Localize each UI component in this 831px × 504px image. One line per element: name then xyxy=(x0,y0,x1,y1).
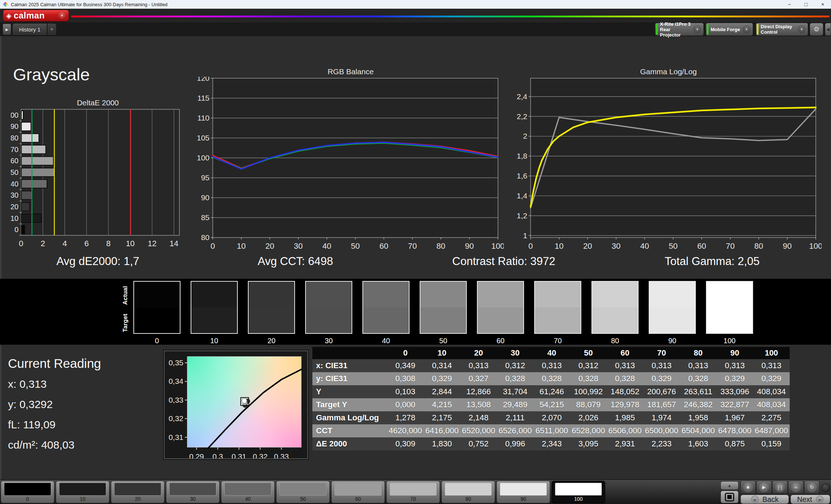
svg-text:2,2: 2,2 xyxy=(517,112,527,121)
meter-dropdown[interactable]: X-Rite i1Pro 3 Rear Projector ▼ xyxy=(655,23,704,36)
svg-text:1,8: 1,8 xyxy=(517,152,527,160)
patch-window-button[interactable] xyxy=(720,491,739,503)
back-button[interactable]: « Back xyxy=(740,495,789,504)
stop-button[interactable]: ■ xyxy=(740,480,756,494)
table-cell: 6487,000 xyxy=(753,424,790,437)
table-row: x: CIE310,3490,3140,3130,3120,3130,3120,… xyxy=(312,359,790,372)
patch-color-swatch xyxy=(390,483,437,496)
measure-controls: ▲ ■▶[·]∞↻ « Back Next » xyxy=(719,480,831,504)
total-gamma-stat: Total Gamma: 2,05 xyxy=(616,255,808,271)
source-dropdown[interactable]: Mobile Forge ▼ xyxy=(706,23,753,36)
table-cell: 0,313 xyxy=(643,359,680,372)
calman-menu-button[interactable]: ◈ calman ▼ xyxy=(3,10,69,21)
svg-text:90: 90 xyxy=(201,193,209,202)
patch-button-10[interactable]: 10 xyxy=(56,481,109,503)
column-header-50: 50 xyxy=(570,347,607,359)
table-cell: 1,278 xyxy=(387,411,424,424)
target-row-label: Target xyxy=(121,309,130,337)
patch-button-70[interactable]: 70 xyxy=(386,481,440,503)
patch-button-100[interactable]: 100 xyxy=(552,481,605,503)
patch-button-40[interactable]: 40 xyxy=(221,481,275,503)
continuous-measure-button[interactable]: ∞ xyxy=(788,480,803,494)
svg-text:14: 14 xyxy=(170,239,178,248)
brand-dropdown-icon[interactable]: ▼ xyxy=(58,12,66,19)
meter-mode: Rear Projector xyxy=(660,27,681,38)
svg-text:0,32: 0,32 xyxy=(169,414,183,423)
expand-patch-options-button[interactable]: ▲ xyxy=(720,481,739,490)
grayscale-swatch-20: 20 xyxy=(248,281,295,345)
svg-text:40: 40 xyxy=(640,242,649,250)
table-cell: 6528,000 xyxy=(570,424,607,437)
rgb-balance-chart-plot: 8085909510010511011512001020304050607080… xyxy=(198,77,504,250)
source-dropdown-arrow-icon[interactable]: ▼ xyxy=(743,25,751,33)
collapse-panel-button[interactable]: ◀ xyxy=(825,23,831,36)
loop-measure-icon: ↻ xyxy=(807,482,817,492)
grayscale-swatch-30: 30 xyxy=(305,281,352,345)
svg-text:80: 80 xyxy=(11,134,18,142)
display-control-dropdown[interactable]: Direct Display Control ▼ xyxy=(756,23,808,36)
table-cell: 2,026 xyxy=(570,411,607,424)
svg-text:0,29: 0,29 xyxy=(189,452,204,458)
patch-button-0[interactable]: 0 xyxy=(1,481,54,503)
swatch-actual-target-50 xyxy=(420,281,467,334)
svg-text:0,31: 0,31 xyxy=(169,433,183,441)
minimize-button[interactable]: − xyxy=(781,0,798,9)
meter-dropdown-arrow-icon[interactable]: ▼ xyxy=(693,25,701,33)
svg-text:50: 50 xyxy=(669,242,677,250)
swatch-actual-target-30 xyxy=(305,281,352,334)
patch-button-90[interactable]: 90 xyxy=(496,481,550,503)
transport-buttons: ■▶[·]∞↻ xyxy=(740,480,819,494)
table-cell: 0,313 xyxy=(716,359,753,372)
svg-text:100: 100 xyxy=(809,242,822,250)
patch-button-20[interactable]: 20 xyxy=(111,481,165,503)
brand-name: calman xyxy=(14,11,45,20)
single-measure-button[interactable]: [·] xyxy=(772,480,788,494)
tab-history-1[interactable]: History 1 xyxy=(12,23,47,35)
svg-text:0,34: 0,34 xyxy=(169,377,183,385)
patch-level-label: 100 xyxy=(552,496,605,502)
svg-text:90: 90 xyxy=(11,122,18,130)
row-label: Target Y xyxy=(312,398,387,411)
svg-text:0,3: 0,3 xyxy=(212,452,223,458)
patch-button-30[interactable]: 30 xyxy=(166,481,220,503)
table-cell: 2,111 xyxy=(497,411,533,424)
svg-text:1,2: 1,2 xyxy=(517,211,527,220)
swatch-level-label: 70 xyxy=(534,337,581,345)
grayscale-swatch-60: 60 xyxy=(477,281,524,345)
svg-text:0: 0 xyxy=(528,242,533,250)
play-button[interactable]: ▶ xyxy=(756,480,772,494)
next-button[interactable]: Next » xyxy=(790,495,830,504)
display-dropdown-arrow-icon[interactable]: ▼ xyxy=(798,25,806,33)
table-cell: 181,657 xyxy=(643,398,680,411)
table-cell: 1,974 xyxy=(643,411,680,424)
settings-button[interactable]: ⚙ xyxy=(810,23,823,36)
table-cell: 6504,000 xyxy=(680,424,716,437)
svg-text:110: 110 xyxy=(198,114,209,122)
patch-level-label: 80 xyxy=(442,496,495,502)
svg-text:1: 1 xyxy=(523,231,527,240)
table-cell: 0,328 xyxy=(533,372,570,385)
source-name: Mobile Forge xyxy=(711,27,741,32)
deltae-chart-plot: 024681012141009080706050403020100 xyxy=(11,108,185,253)
row-label: Gamma Log/Log xyxy=(312,411,387,424)
add-tab-button[interactable]: + xyxy=(47,23,57,35)
loop-measure-button[interactable]: ↻ xyxy=(804,480,819,494)
left-edge-divider xyxy=(0,36,1,479)
svg-text:2: 2 xyxy=(41,239,45,248)
maximize-button[interactable]: □ xyxy=(798,0,814,9)
svg-text:95: 95 xyxy=(201,173,209,182)
close-button[interactable]: × xyxy=(814,0,831,9)
swatch-actual-target-60 xyxy=(477,281,524,334)
table-cell: 148,052 xyxy=(607,385,643,398)
patch-level-label: 50 xyxy=(277,496,329,502)
column-header-20: 20 xyxy=(460,347,497,359)
svg-text:20: 20 xyxy=(583,242,592,250)
patch-level-label: 20 xyxy=(111,496,164,502)
table-cell: 31,704 xyxy=(497,385,533,398)
panel-expander-button[interactable]: ▶ xyxy=(3,24,11,35)
patch-button-50[interactable]: 50 xyxy=(276,481,330,503)
svg-text:90: 90 xyxy=(465,242,474,250)
play-icon: ▶ xyxy=(759,482,769,492)
patch-button-80[interactable]: 80 xyxy=(441,481,495,503)
patch-button-60[interactable]: 60 xyxy=(331,481,385,503)
